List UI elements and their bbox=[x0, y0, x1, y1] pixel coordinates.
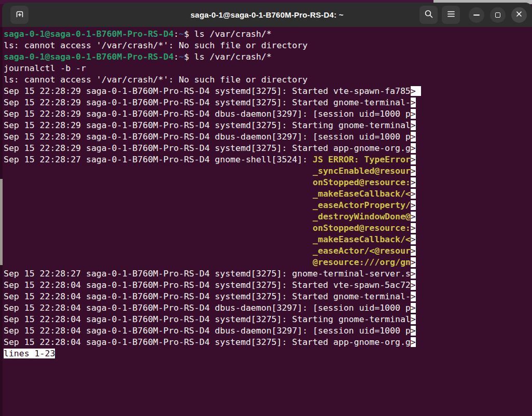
close-icon bbox=[515, 10, 523, 19]
menu-icon bbox=[447, 10, 455, 19]
terminal-line: Sep 15 22:28:04 saga-0-1-B760M-Pro-RS-D4… bbox=[4, 291, 532, 302]
search-button[interactable] bbox=[419, 6, 438, 24]
terminal-line: Sep 15 22:28:04 saga-0-1-B760M-Pro-RS-D4… bbox=[4, 337, 532, 348]
terminal-line: journalctl -b -r bbox=[4, 63, 532, 74]
terminal-line: Sep 15 22:28:29 saga-0-1-B760M-Pro-RS-D4… bbox=[4, 108, 532, 120]
titlebar-controls bbox=[419, 6, 527, 24]
terminal-line: onStopped@resource:> bbox=[4, 177, 532, 188]
titlebar[interactable]: saga-0-1@saga-0-1-B760M-Pro-RS-D4: ~ bbox=[2, 3, 532, 27]
terminal-line: Sep 15 22:28:27 saga-0-1-B760M-Pro-RS-D4… bbox=[4, 268, 532, 280]
maximize-icon bbox=[495, 12, 500, 18]
menu-button[interactable] bbox=[442, 6, 460, 24]
terminal-line: _easeActor/<@resour> bbox=[4, 245, 532, 257]
terminal-line: lines 1-23 bbox=[4, 348, 532, 359]
terminal-line: Sep 15 22:28:04 saga-0-1-B760M-Pro-RS-D4… bbox=[4, 280, 532, 291]
terminal-line: Sep 15 22:28:29 saga-0-1-B760M-Pro-RS-D4… bbox=[4, 86, 532, 97]
terminal-line: ls: cannot access '/var/crash/*': No suc… bbox=[4, 74, 532, 86]
search-icon bbox=[424, 9, 433, 20]
maximize-button[interactable] bbox=[490, 7, 506, 23]
new-tab-icon bbox=[15, 9, 24, 20]
terminal-line: _syncEnabled@resour> bbox=[4, 165, 532, 177]
terminal-line: Sep 15 22:28:04 saga-0-1-B760M-Pro-RS-D4… bbox=[4, 314, 532, 325]
minimize-icon bbox=[473, 15, 480, 16]
terminal-line: saga-0-1@saga-0-1-B760M-Pro-RS-D4:~$ ls … bbox=[4, 29, 532, 40]
terminal-line: onStopped@resource:> bbox=[4, 223, 532, 234]
terminal-line: ls: cannot access '/var/crash/*': No suc… bbox=[4, 40, 532, 51]
terminal-line: Sep 15 22:28:04 saga-0-1-B760M-Pro-RS-D4… bbox=[4, 302, 532, 314]
terminal-line: @resource:///org/gn> bbox=[4, 257, 532, 268]
terminal-line: Sep 15 22:28:29 saga-0-1-B760M-Pro-RS-D4… bbox=[4, 120, 532, 131]
close-button[interactable] bbox=[511, 7, 527, 23]
terminal-line: Sep 15 22:28:04 saga-0-1-B760M-Pro-RS-D4… bbox=[4, 325, 532, 337]
terminal-line: saga-0-1@saga-0-1-B760M-Pro-RS-D4:~$ ls … bbox=[4, 51, 532, 63]
terminal-line: _destroyWindowDone@> bbox=[4, 211, 532, 223]
terminal-line: _makeEaseCallback/<> bbox=[4, 188, 532, 200]
terminal-output[interactable]: saga-0-1@saga-0-1-B760M-Pro-RS-D4:~$ ls … bbox=[3, 27, 532, 416]
terminal-line: _easeActorProperty/> bbox=[4, 200, 532, 211]
terminal-line: _makeEaseCallback/<> bbox=[4, 234, 532, 245]
terminal-line: Sep 15 22:28:29 saga-0-1-B760M-Pro-RS-D4… bbox=[4, 97, 532, 108]
terminal-line: Sep 15 22:28:29 saga-0-1-B760M-Pro-RS-D4… bbox=[4, 131, 532, 143]
terminal-line: Sep 15 22:28:29 saga-0-1-B760M-Pro-RS-D4… bbox=[4, 143, 532, 154]
terminal-line: Sep 15 22:28:27 saga-0-1-B760M-Pro-RS-D4… bbox=[4, 154, 532, 165]
new-tab-button[interactable] bbox=[10, 6, 29, 24]
minimize-button[interactable] bbox=[469, 7, 484, 23]
